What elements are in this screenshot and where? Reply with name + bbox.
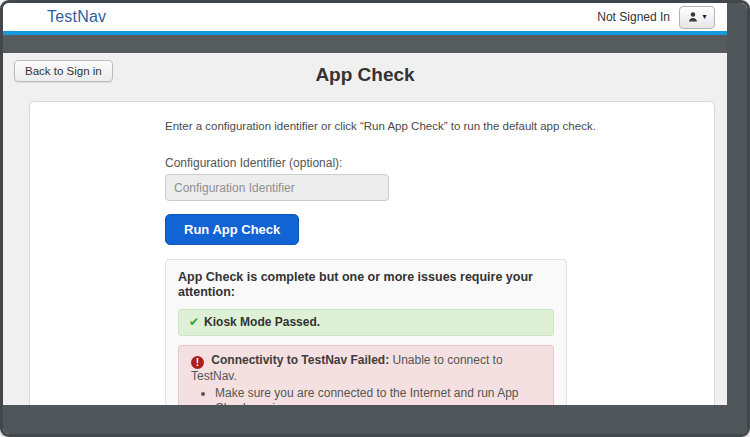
kiosk-mode-passed-text: Kiosk Mode Passed. [204,315,320,329]
error-icon: ! [191,356,204,369]
window-frame: TestNav Not Signed In ▾ [0,0,750,437]
results-summary: App Check is complete but one or more is… [178,270,554,300]
footer-chrome-bar [3,405,747,434]
connectivity-failed-line: ! Connectivity to TestNav Failed: Unable… [191,353,541,384]
window-inner: TestNav Not Signed In ▾ [3,3,747,434]
check-icon: ✔ [189,315,199,329]
signin-status: Not Signed In [597,10,670,24]
app-check-page: Back to Sign in App Check Enter a config… [3,53,727,405]
card-content: Enter a configuration identifier or clic… [30,102,714,405]
header-right-group: Not Signed In ▾ [597,6,715,29]
caret-down-icon: ▾ [702,13,706,21]
user-menu-button[interactable]: ▾ [679,6,715,29]
connectivity-failed-alert: ! Connectivity to TestNav Failed: Unable… [178,345,554,405]
content-card: Enter a configuration identifier or clic… [29,101,715,405]
connectivity-failed-title: Connectivity to TestNav Failed: [211,353,389,367]
config-identifier-label: Configuration Identifier (optional): [165,157,694,169]
connectivity-failed-bullets: Make sure you are connected to the Inter… [191,386,541,405]
right-edge-chrome-bar [727,3,747,434]
app-header: TestNav Not Signed In ▾ [3,3,727,31]
config-identifier-input[interactable] [165,174,389,201]
results-panel: App Check is complete but one or more is… [165,259,567,405]
top-chrome-bar [3,35,727,53]
testnav-logo: TestNav [47,8,106,26]
user-icon [687,11,699,23]
screenshot-stage: TestNav Not Signed In ▾ [0,0,750,437]
page-toolbar: Back to Sign in App Check [3,53,727,91]
back-to-signin-button[interactable]: Back to Sign in [14,60,113,82]
kiosk-mode-passed-alert: ✔Kiosk Mode Passed. [178,309,554,336]
run-app-check-button[interactable]: Run App Check [165,214,299,245]
connectivity-failed-bullet: Make sure you are connected to the Inter… [215,386,541,405]
instruction-text: Enter a configuration identifier or clic… [165,120,694,133]
testnav-app: TestNav Not Signed In ▾ [3,3,727,405]
